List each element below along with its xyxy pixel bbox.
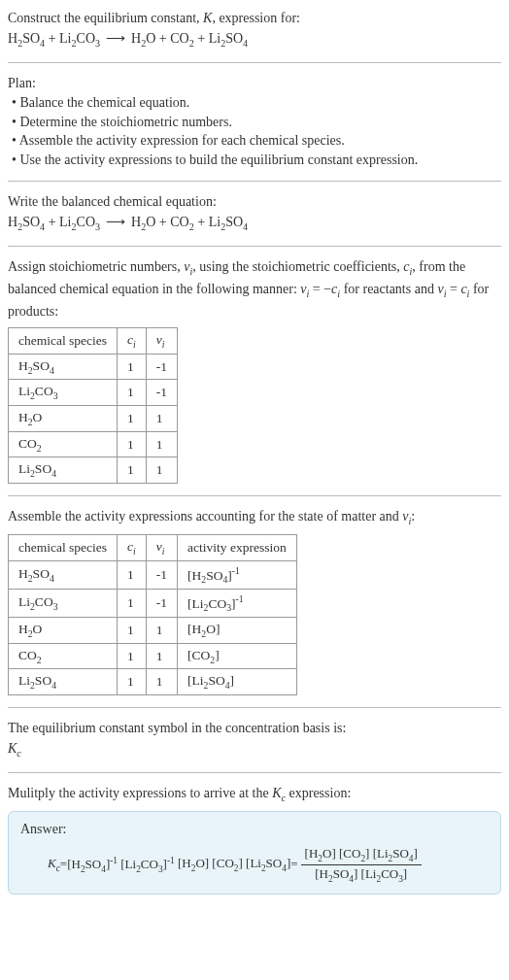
cell-activity: [H2SO4]-1 [178, 560, 297, 589]
species-li2co3: Li2CO3 [59, 215, 100, 229]
col-vi: νi [146, 535, 177, 561]
cell-activity: [Li2SO4] [178, 669, 297, 695]
cell-species: H2O [9, 618, 118, 644]
intro-text-a: Construct the equilibrium constant, [8, 11, 203, 25]
divider-6 [8, 772, 501, 773]
cell-species: Li2SO4 [9, 457, 118, 484]
col-vi: νi [146, 328, 177, 355]
term-li2co3-inv: [Li2CO3]-1 [120, 856, 174, 874]
table-header-row: chemical species ci νi activity expressi… [9, 535, 297, 561]
balanced-section: Write the balanced chemical equation: H2… [8, 191, 501, 234]
plan-item: • Use the activity expressions to build … [12, 151, 501, 170]
balanced-heading: Write the balanced chemical equation: [8, 191, 501, 212]
table-row: H2O 1 1 [9, 406, 178, 432]
answer-box: Answer: Kc = [H2SO4]-1 [Li2CO3]-1 [H2O] … [8, 811, 501, 895]
cell-vi: 1 [146, 406, 177, 432]
col-ci: ci [118, 328, 147, 355]
species-h2so4: H2SO4 [8, 215, 45, 229]
cell-ci: 1 [118, 431, 147, 457]
intro-text-b: , expression for: [212, 11, 300, 25]
table-header-row: chemical species ci νi [9, 328, 178, 355]
table-row: CO2 1 1 [CO2] [9, 643, 297, 669]
kc-intro-section: The equilibrium constant symbol in the c… [8, 718, 501, 760]
stoich-section: Assign stoichiometric numbers, νi, using… [8, 256, 501, 484]
kc-symbol: Kc [8, 738, 501, 760]
intro-K: K [203, 11, 212, 25]
table-row: Li2CO3 1 -1 [Li2CO3]-1 [9, 589, 297, 617]
divider-3 [8, 246, 501, 247]
cell-vi: 1 [146, 431, 177, 457]
plus-2: + [155, 31, 170, 46]
cell-vi: 1 [146, 457, 177, 484]
table-row: H2O 1 1 [H2O] [9, 618, 297, 644]
kc-denominator: [H2SO4] [Li2CO3] [311, 865, 411, 885]
plan-item: • Balance the chemical equation. [12, 93, 501, 113]
cell-species: H2SO4 [9, 560, 118, 589]
divider-5 [8, 707, 501, 708]
kc-intro-text: The equilibrium constant symbol in the c… [8, 718, 501, 738]
species-co2: CO2 [170, 31, 194, 46]
cell-species: Li2CO3 [9, 589, 118, 617]
activity-intro: Assemble the activity expressions accoun… [8, 506, 501, 528]
intro-line1: Construct the equilibrium constant, K, e… [8, 8, 501, 28]
cell-ci: 1 [118, 457, 147, 484]
intro-section: Construct the equilibrium constant, K, e… [8, 8, 501, 51]
col-ci: ci [118, 535, 147, 561]
species-h2so4: H2SO4 [8, 31, 45, 46]
cell-vi: -1 [146, 380, 177, 406]
multiply-text: Mulitply the activity expressions to arr… [8, 783, 501, 805]
table-row: Li2SO4 1 1 [Li2SO4] [9, 669, 297, 695]
kc-fraction: [H2O] [CO2] [Li2SO4] [H2SO4] [Li2CO3] [301, 845, 422, 884]
term-h2o: [H2O] [178, 856, 209, 873]
table-row: H2SO4 1 -1 [H2SO4]-1 [9, 560, 297, 589]
divider-2 [8, 181, 501, 182]
activity-table: chemical species ci νi activity expressi… [8, 534, 297, 695]
term-h2so4-inv: [H2SO4]-1 [67, 856, 118, 874]
plus-3: + [194, 31, 209, 46]
balanced-equation: H2SO4 + Li2CO3⟶H2O + CO2 + Li2SO4 [8, 212, 501, 234]
cell-species: CO2 [9, 643, 118, 669]
term-li2so4: [Li2SO4] [246, 856, 290, 873]
species-li2so4: Li2SO4 [209, 215, 248, 229]
species-li2co3: Li2CO3 [59, 31, 100, 46]
cell-activity: [H2O] [178, 618, 297, 644]
plan-list: • Balance the chemical equation. • Deter… [12, 93, 501, 169]
activity-section: Assemble the activity expressions accoun… [8, 506, 501, 695]
plan-section: Plan: • Balance the chemical equation. •… [8, 73, 501, 169]
multiply-section: Mulitply the activity expressions to arr… [8, 783, 501, 895]
stoich-text: Assign stoichiometric numbers, νi, using… [8, 256, 501, 321]
cell-activity: [CO2] [178, 643, 297, 669]
table-row: Li2CO3 1 -1 [9, 380, 178, 406]
cell-activity: [Li2CO3]-1 [178, 589, 297, 617]
kc-expression: Kc = [H2SO4]-1 [Li2CO3]-1 [H2O] [CO2] [L… [20, 845, 489, 884]
cell-ci: 1 [118, 380, 147, 406]
unbalanced-equation: H2SO4 + Li2CO3⟶H2O + CO2 + Li2SO4 [8, 28, 501, 51]
table-row: CO2 1 1 [9, 431, 178, 457]
divider-1 [8, 62, 501, 63]
plan-item: • Determine the stoichiometric numbers. [12, 113, 501, 132]
cell-ci: 1 [118, 406, 147, 432]
plan-heading: Plan: [8, 73, 501, 93]
species-h2o: H2O [131, 31, 155, 46]
species-h2o: H2O [131, 215, 155, 229]
arrow-1: ⟶ [100, 28, 131, 49]
col-species: chemical species [9, 328, 118, 355]
col-species: chemical species [9, 535, 118, 561]
cell-species: H2O [9, 406, 118, 432]
cell-species: Li2CO3 [9, 380, 118, 406]
plan-item: • Assemble the activity expression for e… [12, 131, 501, 151]
cell-species: Li2SO4 [9, 669, 118, 695]
plus-1: + [45, 31, 59, 46]
species-co2: CO2 [170, 215, 194, 229]
cell-ci: 1 [118, 354, 147, 380]
cell-species: CO2 [9, 431, 118, 457]
term-co2: [CO2] [212, 856, 242, 873]
table-row: H2SO4 1 -1 [9, 354, 178, 380]
table-row: Li2SO4 1 1 [9, 457, 178, 484]
kc-numerator: [H2O] [CO2] [Li2SO4] [301, 845, 422, 865]
col-activity: activity expression [178, 535, 297, 561]
stoich-table: chemical species ci νi H2SO4 1 -1 Li2CO3… [8, 327, 178, 484]
species-li2so4: Li2SO4 [209, 31, 248, 46]
cell-species: H2SO4 [9, 354, 118, 380]
cell-vi: -1 [146, 354, 177, 380]
